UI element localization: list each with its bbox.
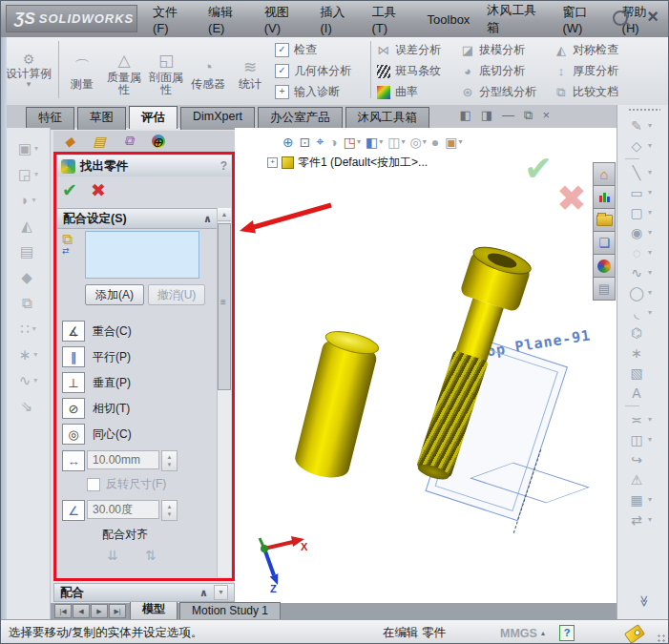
first-tab-button[interactable]: |◀ — [54, 604, 72, 618]
configurationmanager-tab[interactable]: ⧉ — [115, 131, 143, 151]
pane-left-icon[interactable]: ◧ — [460, 108, 471, 123]
curve-icon[interactable]: ∗ ▾ — [10, 342, 48, 367]
distance-input[interactable]: 10.00mm — [87, 450, 159, 469]
cancel-button[interactable]: ✖ — [91, 179, 106, 201]
add-button[interactable]: 添加(A) — [85, 284, 144, 305]
menu-view[interactable]: 视图(V) — [256, 4, 312, 35]
menu-mufeng-toolbox[interactable]: 沐风工具箱 — [478, 2, 554, 36]
measure-button[interactable]: ⌒ 测量 — [61, 52, 103, 90]
displaymanager-tab[interactable] — [174, 131, 202, 151]
move-entities-icon[interactable]: ⇄ ▾ — [617, 509, 669, 530]
tab-dimxpert[interactable]: DimXpert — [180, 107, 255, 130]
previous-view-icon[interactable]: ◑ — [329, 135, 338, 150]
help-icon[interactable]: ? — [220, 159, 227, 173]
mate-settings-section-header[interactable]: 配合设定(S) ∧ — [57, 208, 218, 229]
tab-mufeng-toolbox[interactable]: 沐风工具箱 — [345, 107, 430, 130]
hide-show-icon[interactable]: ◎ ▾ — [410, 135, 427, 150]
home-button[interactable]: ⌂ — [593, 162, 616, 186]
menu-insert[interactable]: 插入(I) — [312, 4, 364, 35]
parallel-mate-button[interactable]: ∥ 平行(P) — [62, 346, 131, 367]
menu-window[interactable]: 窗口(W) — [554, 4, 613, 35]
confirmation-cancel-watermark[interactable]: ✖ — [556, 177, 587, 219]
compare-documents-button[interactable]: ⧉ 比较文档 — [554, 82, 646, 103]
menu-tools[interactable]: 工具(T) — [364, 4, 419, 35]
coincident-mate-button[interactable]: ∡ 重合(C) — [62, 321, 132, 342]
boundary-icon[interactable]: ▤ — [10, 239, 48, 264]
zoom-fit-icon[interactable]: ⊕ — [282, 135, 295, 150]
tab-office-products[interactable]: 办公室产品 — [258, 107, 343, 130]
design-library-button[interactable] — [593, 185, 616, 209]
flip-dimension-checkbox[interactable]: 反转尺寸(F) — [87, 476, 166, 492]
view-palette-button[interactable]: ❏ — [593, 231, 616, 255]
zoom-area-icon[interactable]: ⊡ — [300, 135, 312, 150]
prev-tab-button[interactable]: ◀ — [73, 604, 90, 618]
design-study-button[interactable]: ⚙ 设计算例 ▾ — [1, 37, 56, 105]
alert-icon[interactable]: ⚠ — [617, 469, 669, 489]
ellipse-icon[interactable]: ◯ ▾ — [617, 282, 669, 302]
sensor-button[interactable]: ◔ 传感器 — [187, 52, 229, 90]
convert-entities-icon[interactable]: ↪ — [617, 449, 669, 469]
curvature-button[interactable]: 曲率 — [377, 82, 461, 103]
section-view-icon[interactable]: ◳ ▾ — [344, 135, 361, 150]
wrap-icon[interactable]: ⧉ — [10, 290, 48, 316]
mates-section-header[interactable]: 配合 ∧ ▼ — [53, 583, 235, 602]
motion-study-tab[interactable]: Motion Study 1 — [179, 602, 281, 619]
restore-icon[interactable]: ⧉ — [524, 108, 533, 123]
expand-icon[interactable]: + — [267, 157, 278, 168]
concentric-mate-button[interactable]: ◎ 同心(C) — [62, 424, 132, 445]
extruded-cut-icon[interactable]: ◲ ▾ — [10, 161, 48, 187]
sweep-icon[interactable]: ◆ — [10, 264, 48, 290]
tangent-mate-button[interactable]: ⊘ 相切(T) — [62, 398, 130, 419]
angle-input[interactable]: 30.00度 — [87, 500, 159, 519]
tab-sketch[interactable]: 草图 — [77, 107, 126, 130]
aligned-button[interactable]: ⇊ — [100, 546, 125, 565]
linear-pattern-icon[interactable]: ∷ ▾ — [10, 316, 48, 342]
perpendicular-mate-button[interactable]: ⊥ 垂直(P) — [62, 372, 131, 393]
minimize-icon[interactable]: — — [502, 108, 514, 123]
point-icon[interactable]: ∗ — [617, 343, 669, 363]
search-icon[interactable] — [613, 10, 628, 26]
slot-icon[interactable]: ▢ ▾ — [617, 202, 669, 222]
file-explorer-button[interactable] — [593, 208, 616, 232]
menu-edit[interactable]: 编辑(E) — [199, 4, 256, 35]
loft-icon[interactable]: ◭ — [10, 213, 48, 239]
display-style-icon[interactable]: ◫ ▾ — [387, 135, 405, 150]
symmetry-check-button[interactable]: ◭ 对称检查 — [554, 40, 646, 61]
mate-selection-box[interactable] — [85, 231, 199, 279]
import-diagnostics-button[interactable]: + 输入诊断 — [275, 84, 368, 100]
close-icon[interactable]: × — [542, 108, 550, 123]
draft-icon[interactable]: ⇘ — [10, 393, 48, 419]
undo-button[interactable]: 撤消(U) — [148, 284, 205, 305]
sketch-icon[interactable]: ✎ ▾ — [617, 115, 669, 135]
zebra-stripes-button[interactable]: 斑马条纹 — [377, 61, 461, 82]
undercut-analysis-button[interactable]: ◕ 底切分析 — [461, 61, 554, 82]
line-icon[interactable]: ╲ ▾ — [617, 162, 669, 182]
sketch-pattern-icon[interactable]: ▦ ▾ — [617, 489, 669, 509]
pane-right-icon[interactable]: ◨ — [481, 108, 492, 123]
status-help-icon[interactable]: ? — [559, 625, 575, 641]
anti-aligned-button[interactable]: ⇅ — [138, 546, 163, 565]
apply-scene-icon[interactable]: ▣ ▾ — [445, 135, 462, 150]
deviation-analysis-button[interactable]: ⋈ 误差分析 — [377, 40, 461, 61]
parting-line-analysis-button[interactable]: ⊛ 分型线分析 — [461, 82, 554, 103]
resize-grip[interactable] — [657, 634, 666, 643]
spline-icon[interactable]: ∿ ▾ — [617, 262, 669, 282]
distance-mate-button[interactable]: ↔ — [62, 450, 85, 471]
ok-button[interactable]: ✔ — [62, 179, 77, 201]
toolbar-grip[interactable] — [628, 108, 660, 112]
rectangle-icon[interactable]: ▭ ▾ — [617, 182, 669, 202]
menu-file[interactable]: 文件(F) — [144, 4, 199, 35]
circle-icon[interactable]: ◉ ▾ — [617, 222, 669, 242]
revolve-icon[interactable]: ◗ ▾ — [10, 187, 48, 213]
units-dropdown-icon[interactable]: ▴ — [541, 629, 545, 637]
tag-icon[interactable] — [624, 624, 645, 644]
scrollbar-thumb[interactable] — [218, 223, 231, 390]
units-label[interactable]: MMGS — [500, 627, 537, 640]
divider[interactable] — [617, 156, 669, 162]
fly-through-icon[interactable]: ⌖ — [316, 134, 324, 150]
last-tab-button[interactable]: ▶| — [109, 604, 126, 618]
scroll-up-icon[interactable]: ▲ — [218, 208, 231, 221]
spline-icon[interactable]: ∿ ▾ — [10, 367, 48, 393]
tab-evaluate[interactable]: 评估 — [129, 106, 178, 129]
model-tab[interactable]: 模型 — [130, 599, 178, 619]
